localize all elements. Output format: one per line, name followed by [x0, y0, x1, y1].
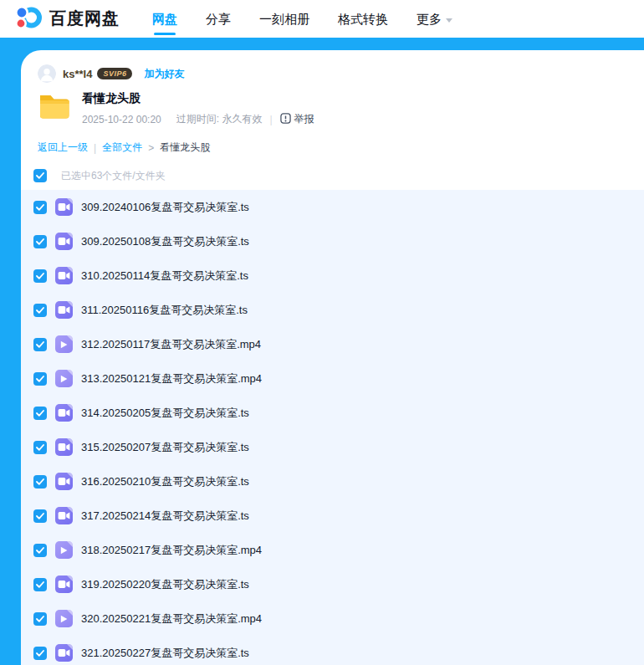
- nav-tab-netdisk[interactable]: 网盘: [138, 0, 192, 38]
- breadcrumb-arrow: >: [148, 142, 154, 154]
- report-label: 举报: [294, 112, 314, 126]
- video-file-icon: [55, 335, 73, 353]
- file-checkbox[interactable]: [33, 612, 47, 626]
- file-checkbox[interactable]: [33, 509, 47, 523]
- nav-tab-format-convert[interactable]: 格式转换: [324, 0, 402, 38]
- file-row[interactable]: 310.20250114复盘哥交易决策室.ts: [21, 258, 644, 293]
- file-name[interactable]: 317.20250214复盘哥交易决策室.ts: [81, 509, 249, 524]
- video-file-icon: [55, 370, 73, 387]
- sharer-username: ks**l4: [63, 68, 92, 80]
- video-file-icon: [55, 438, 73, 456]
- file-row[interactable]: 312.20250117复盘哥交易决策室.mp4: [21, 327, 644, 361]
- video-file-icon: [55, 644, 73, 662]
- file-row[interactable]: 314.20250205复盘哥交易决策室.ts: [21, 396, 644, 430]
- file-list: 309.20240106复盘哥交易决策室.ts 309.20250108复盘哥交…: [21, 190, 644, 665]
- video-file-icon: [55, 473, 73, 490]
- report-icon: [280, 113, 291, 126]
- file-row[interactable]: 313.20250121复盘哥交易决策室.mp4: [21, 361, 644, 396]
- breadcrumb: 返回上一级 | 全部文件 > 看懂龙头股: [38, 141, 644, 155]
- file-row[interactable]: 315.20250207复盘哥交易决策室.ts: [21, 430, 644, 464]
- file-row[interactable]: 321.20250227复盘哥交易决策室.ts: [21, 636, 644, 665]
- file-checkbox[interactable]: [33, 304, 47, 317]
- video-file-icon: [55, 575, 73, 593]
- baidu-netdisk-logo[interactable]: 百度网盘: [13, 3, 120, 35]
- file-row[interactable]: 316.20250210复盘哥交易决策室.ts: [21, 464, 644, 499]
- file-name[interactable]: 311.20250116复盘哥交易决策室.ts: [81, 303, 248, 318]
- file-name[interactable]: 309.20240106复盘哥交易决策室.ts: [81, 200, 249, 215]
- file-row[interactable]: 311.20250116复盘哥交易决策室.ts: [21, 293, 644, 327]
- avatar: [38, 64, 56, 83]
- breadcrumb-back-link[interactable]: 返回上一级: [38, 141, 88, 155]
- svip-badge: SVIP6: [97, 68, 132, 79]
- meta-divider: |: [269, 114, 272, 125]
- file-checkbox[interactable]: [33, 475, 47, 489]
- video-file-icon: [55, 267, 73, 284]
- logo-text: 百度网盘: [49, 8, 120, 30]
- add-friend-link[interactable]: 加为好友: [144, 67, 184, 81]
- file-name[interactable]: 314.20250205复盘哥交易决策室.ts: [81, 406, 249, 421]
- file-checkbox[interactable]: [33, 407, 47, 420]
- file-checkbox[interactable]: [33, 544, 47, 557]
- file-name[interactable]: 313.20250121复盘哥交易决策室.mp4: [81, 371, 262, 386]
- file-name[interactable]: 309.20250108复盘哥交易决策室.ts: [81, 234, 249, 249]
- file-checkbox[interactable]: [33, 372, 47, 386]
- file-checkbox[interactable]: [33, 441, 47, 454]
- video-file-icon: [55, 507, 73, 524]
- nav-tab-more[interactable]: 更多: [402, 0, 467, 38]
- file-row[interactable]: 319.20250220复盘哥交易决策室.ts: [21, 567, 644, 601]
- file-row[interactable]: 309.20240106复盘哥交易决策室.ts: [21, 190, 644, 224]
- nav-tab-photos[interactable]: 一刻相册: [245, 0, 324, 38]
- main-nav: 网盘 分享 一刻相册 格式转换 更多: [138, 0, 467, 38]
- expire-time: 过期时间: 永久有效: [176, 112, 263, 126]
- selection-bar: 已选中63个文件/文件夹: [33, 168, 644, 183]
- breadcrumb-current: 看懂龙头股: [160, 141, 210, 155]
- file-name[interactable]: 315.20250207复盘哥交易决策室.ts: [81, 440, 249, 455]
- file-name[interactable]: 310.20250114复盘哥交易决策室.ts: [81, 269, 248, 284]
- video-file-icon: [55, 610, 73, 627]
- page-background: ks**l4 SVIP6 加为好友 看懂龙头股 2025-10-22 00:20…: [0, 38, 644, 665]
- top-header: 百度网盘 网盘 分享 一刻相册 格式转换 更多: [0, 0, 644, 38]
- selection-count-label: 已选中63个文件/文件夹: [61, 169, 166, 183]
- file-checkbox[interactable]: [33, 578, 47, 591]
- video-file-icon: [55, 198, 73, 216]
- file-name[interactable]: 316.20250210复盘哥交易决策室.ts: [81, 474, 249, 489]
- folder-icon: [38, 91, 71, 126]
- video-file-icon: [55, 233, 73, 250]
- nav-tab-share[interactable]: 分享: [192, 0, 245, 38]
- file-row[interactable]: 318.20250217复盘哥交易决策室.mp4: [21, 533, 644, 567]
- netdisk-cloud-icon: [13, 3, 42, 35]
- share-card: ks**l4 SVIP6 加为好友 看懂龙头股 2025-10-22 00:20…: [21, 50, 644, 665]
- file-row[interactable]: 317.20250214复盘哥交易决策室.ts: [21, 499, 644, 533]
- folder-meta: 2025-10-22 00:20 过期时间: 永久有效 | 举报: [82, 112, 314, 126]
- report-button[interactable]: 举报: [280, 112, 314, 126]
- file-name[interactable]: 320.20250221复盘哥交易决策室.mp4: [81, 611, 262, 627]
- file-checkbox[interactable]: [33, 338, 47, 351]
- file-name[interactable]: 319.20250220复盘哥交易决策室.ts: [81, 577, 249, 592]
- file-checkbox[interactable]: [33, 647, 47, 660]
- file-row[interactable]: 320.20250221复盘哥交易决策室.mp4: [21, 601, 644, 636]
- folder-name: 看懂龙头股: [82, 91, 314, 106]
- video-file-icon: [55, 404, 73, 422]
- select-all-checkbox[interactable]: [33, 169, 47, 182]
- file-name[interactable]: 318.20250217复盘哥交易决策室.mp4: [81, 543, 262, 558]
- file-name[interactable]: 312.20250117复盘哥交易决策室.mp4: [81, 337, 261, 352]
- sharer-row: ks**l4 SVIP6 加为好友: [38, 64, 644, 83]
- file-checkbox[interactable]: [33, 269, 47, 283]
- file-checkbox[interactable]: [33, 201, 47, 214]
- share-time: 2025-10-22 00:20: [82, 114, 161, 125]
- breadcrumb-all-files-link[interactable]: 全部文件: [102, 141, 142, 155]
- file-checkbox[interactable]: [33, 235, 47, 248]
- video-file-icon: [55, 541, 73, 559]
- breadcrumb-separator: |: [94, 142, 96, 154]
- file-row[interactable]: 309.20250108复盘哥交易决策室.ts: [21, 224, 644, 258]
- video-file-icon: [55, 301, 73, 319]
- file-name[interactable]: 321.20250227复盘哥交易决策室.ts: [81, 646, 249, 661]
- shared-folder-info: 看懂龙头股 2025-10-22 00:20 过期时间: 永久有效 |: [38, 91, 644, 126]
- chevron-down-icon: [446, 18, 452, 23]
